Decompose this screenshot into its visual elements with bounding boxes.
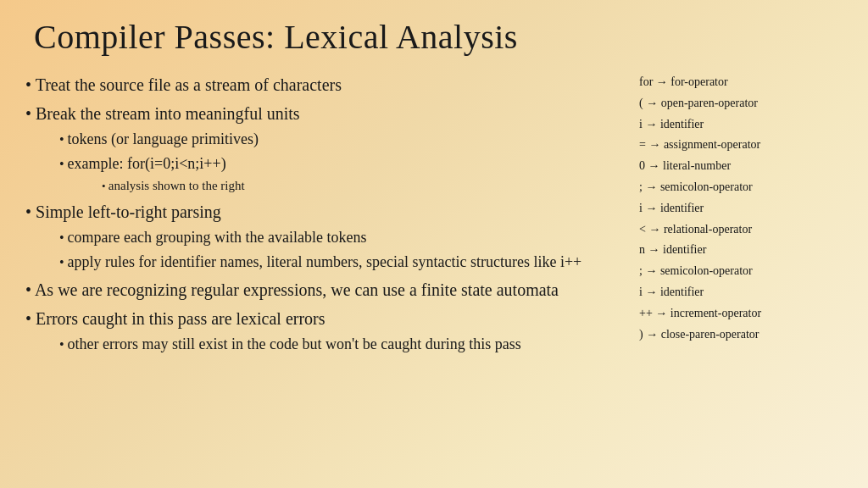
- content-area: Treat the source file as a stream of cha…: [25, 72, 843, 471]
- bullet-3-sub-2: apply rules for identifier names, litera…: [59, 251, 622, 274]
- bullet-2: Break the stream into meaningful units t…: [25, 101, 622, 196]
- right-panel-item-3: = → assignment-operator: [639, 135, 843, 155]
- bullet-2-sub-2: example: for(i=0;i<n;i++) analysis shown…: [59, 152, 622, 196]
- bullet-2-sub-2-list: analysis shown to the right: [59, 176, 622, 196]
- right-panel-item-8: n → identifier: [639, 240, 843, 260]
- main-content: Treat the source file as a stream of cha…: [25, 72, 639, 471]
- right-panel-item-12: ) → close-paren-operator: [639, 324, 843, 345]
- bullet-4: As we are recognizing regular expression…: [25, 277, 622, 302]
- right-panel-item-4: 0 → literal-number: [639, 156, 843, 176]
- bullet-5: Errors caught in this pass are lexical e…: [25, 306, 622, 356]
- bullet-2-sub-list: tokens (or language primitives) example:…: [25, 128, 622, 196]
- bullet-3-sub-list: compare each grouping with the available…: [25, 226, 622, 274]
- bullet-2-sub-1: tokens (or language primitives): [59, 128, 622, 151]
- bullet-3: Simple left-to-right parsing compare eac…: [25, 199, 622, 274]
- slide-title: Compiler Passes: Lexical Analysis: [25, 17, 843, 57]
- right-panel-item-6: i → identifier: [639, 198, 843, 219]
- right-panel-item-1: ( → open-paren-operator: [639, 93, 843, 114]
- bullet-5-sub-list: other errors may still exist in the code…: [25, 333, 622, 356]
- bullet-1: Treat the source file as a stream of cha…: [25, 72, 622, 97]
- right-panel-item-2: i → identifier: [639, 114, 843, 135]
- right-panel-item-5: ; → semicolon-operator: [639, 177, 843, 197]
- bullet-2-sub-2-sub-1: analysis shown to the right: [102, 176, 622, 196]
- main-bullet-list: Treat the source file as a stream of cha…: [25, 72, 622, 356]
- slide: Compiler Passes: Lexical Analysis Treat …: [0, 0, 868, 488]
- bullet-3-sub-1: compare each grouping with the available…: [59, 226, 622, 249]
- right-panel: for → for-operator( → open-paren-operato…: [639, 72, 843, 471]
- right-panel-item-10: i → identifier: [639, 282, 843, 302]
- right-panel-item-9: ; → semicolon-operator: [639, 261, 843, 281]
- right-panel-item-11: ++ → increment-operator: [639, 303, 843, 324]
- right-panel-item-7: < → relational-operator: [639, 219, 843, 240]
- right-panel-item-0: for → for-operator: [639, 72, 843, 92]
- bullet-5-sub-1: other errors may still exist in the code…: [59, 333, 622, 356]
